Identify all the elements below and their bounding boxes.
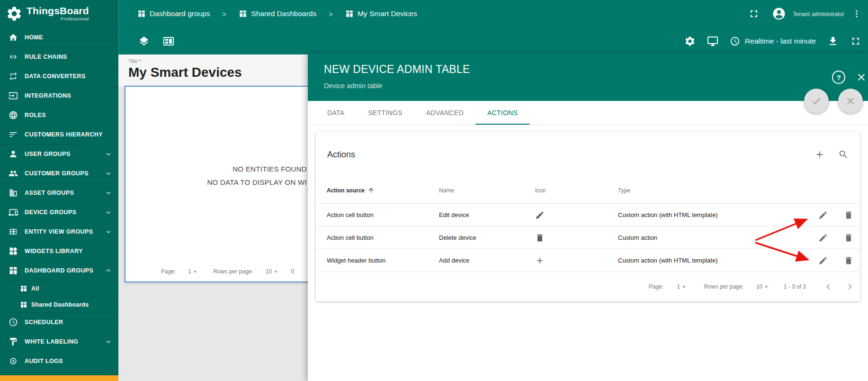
table-row[interactable]: Action cell button Delete device Custom …	[316, 227, 860, 249]
dashboards-icon	[20, 301, 27, 308]
tab-actions[interactable]: ACTIONS	[475, 101, 529, 125]
brand-logo[interactable]: ThingsBoard Professional	[0, 0, 118, 27]
thingsboard-logo-icon	[6, 5, 23, 22]
dashboards-icon	[345, 9, 354, 18]
widget-paginator: Page: 1▾ Rows per page: 10▾ 0	[161, 268, 294, 275]
page-select[interactable]: 1▾	[188, 268, 196, 275]
fullscreen-icon[interactable]	[748, 8, 760, 19]
rows-per-page-select[interactable]: 10▾	[266, 268, 277, 275]
breadcrumb-item[interactable]: My Smart Devices	[358, 9, 417, 18]
sidebar-item-customer-groups[interactable]: CUSTOMER GROUPS	[0, 163, 118, 183]
sidebar-item-dashboard-groups[interactable]: DASHBOARD GROUPS	[0, 261, 118, 280]
sidebar-item-roles[interactable]: ROLES	[0, 105, 118, 125]
timewindow-label: Realtime - last minute	[745, 37, 816, 45]
table-row[interactable]: Action cell button Edit device Custom ac…	[316, 204, 860, 227]
dialog-subtitle: Device admin table	[324, 82, 382, 90]
sidebar-item-home[interactable]: HOME	[0, 27, 118, 47]
chevron-down-icon	[104, 189, 113, 197]
previous-page-icon[interactable]	[823, 281, 833, 292]
dropdown-caret-icon: ▾	[275, 269, 277, 274]
chevron-up-icon	[104, 266, 113, 275]
asset-icon	[9, 188, 18, 198]
page-select[interactable]: 1▾	[677, 283, 685, 290]
sidebar-item-integrations[interactable]: INTEGRATIONS	[0, 86, 118, 105]
column-action-source[interactable]: Action source	[327, 187, 439, 194]
kebab-menu-icon[interactable]	[852, 9, 861, 18]
paint-icon	[9, 337, 18, 346]
settings-gear-icon[interactable]	[684, 36, 696, 47]
add-action-icon[interactable]	[814, 149, 825, 160]
close-icon[interactable]	[856, 72, 867, 83]
people-icon	[9, 169, 18, 178]
home-icon	[9, 33, 18, 42]
apply-changes-fab[interactable]	[804, 89, 829, 113]
sidebar-item-widgets-library[interactable]: WIDGETS LIBRARY	[0, 241, 118, 261]
edit-icon	[535, 210, 545, 220]
sidebar-item-data-converters[interactable]: DATA CONVERTERS	[0, 66, 118, 86]
cancel-changes-fab[interactable]	[838, 89, 863, 113]
range-label: 0	[291, 268, 295, 275]
sidebar-item-device-groups[interactable]: DEVICE GROUPS	[0, 202, 118, 222]
dropdown-caret-icon: ▾	[683, 284, 685, 289]
avatar[interactable]	[772, 7, 786, 21]
chevron-down-icon	[104, 337, 113, 346]
sidebar-item-shared-dashboards[interactable]: Shared Dashboards	[0, 296, 118, 312]
column-icon[interactable]: Icon	[535, 187, 618, 194]
sidebar-item-scheduler[interactable]: SCHEDULER	[0, 312, 118, 332]
breadcrumb-item[interactable]: Dashboard groups	[150, 9, 210, 18]
search-icon[interactable]	[838, 149, 849, 160]
breadcrumb-separator: >	[223, 10, 227, 18]
topbar: Dashboard groups > Shared Dashboards > M…	[118, 0, 868, 27]
layers-icon[interactable]	[138, 36, 150, 47]
layouts-icon[interactable]	[163, 36, 174, 47]
tab-advanced[interactable]: ADVANCED	[414, 101, 475, 125]
sidebar-item-audit-logs[interactable]: AUDIT LOGS	[0, 351, 118, 371]
help-icon[interactable]: ?	[832, 71, 845, 84]
download-icon[interactable]	[827, 36, 839, 47]
breadcrumb-item[interactable]: Shared Dashboards	[251, 9, 316, 18]
timewindow-button[interactable]: Realtime - last minute	[730, 36, 816, 46]
dashboard-toolbar: Realtime - last minute	[118, 27, 868, 54]
tab-data[interactable]: DATA	[315, 101, 356, 125]
widget-config-dialog: NEW DEVICE ADMIN TABLE Device admin tabl…	[308, 54, 868, 381]
user-icon	[9, 149, 18, 159]
dashboards-icon	[20, 285, 27, 292]
edit-action-icon[interactable]	[818, 256, 828, 265]
delete-action-icon[interactable]	[844, 256, 853, 265]
table-row[interactable]: Widget header button Add device Custom a…	[316, 249, 860, 272]
user-label: Tenant administrator	[793, 11, 844, 18]
dialog-header: NEW DEVICE ADMIN TABLE Device admin tabl…	[308, 54, 868, 101]
clock-icon	[730, 36, 740, 46]
rows-per-page-select[interactable]: 10▾	[756, 283, 768, 290]
dashboards-icon	[9, 266, 18, 275]
sidebar-item-white-labeling[interactable]: WHITE LABELING	[0, 332, 118, 351]
sidebar-bottom-strip	[0, 375, 118, 381]
widget-empty-state: NO ENTITIES FOUND NO DATA TO DISPLAY ON …	[125, 163, 307, 189]
column-type[interactable]: Type	[618, 187, 787, 194]
edit-action-icon[interactable]	[818, 233, 828, 243]
entity-aliases-icon[interactable]	[707, 36, 718, 47]
sidebar-divider	[118, 0, 119, 54]
dialog-title: NEW DEVICE ADMIN TABLE	[324, 63, 470, 76]
dropdown-caret-icon: ▾	[765, 284, 768, 289]
chevron-down-icon	[104, 208, 113, 217]
sidebar-item-asset-groups[interactable]: ASSET GROUPS	[0, 183, 118, 202]
edit-action-icon[interactable]	[818, 210, 828, 220]
dialog-body: Actions Action source Name Icon Type Act…	[308, 125, 868, 381]
page-label: Page:	[161, 268, 176, 275]
table-paginator: Page: 1▾ Rows per page: 10▾ 1 - 3 of 3	[316, 272, 860, 301]
next-page-icon[interactable]	[845, 281, 855, 292]
check-icon	[811, 95, 822, 107]
expand-fullscreen-icon[interactable]	[850, 36, 861, 47]
tab-settings[interactable]: SETTINGS	[356, 101, 414, 125]
sidebar-item-entity-view-groups[interactable]: ENTITY VIEW GROUPS	[0, 222, 118, 241]
hierarchy-icon	[9, 130, 18, 139]
delete-action-icon[interactable]	[844, 210, 853, 220]
entity-view-icon	[9, 227, 18, 236]
delete-action-icon[interactable]	[844, 233, 853, 243]
sidebar-item-customers-hierarchy[interactable]: CUSTOMERS HIERARCHY	[0, 125, 118, 144]
sidebar-item-rule-chains[interactable]: RULE CHAINS	[0, 47, 118, 66]
sidebar-item-dashboard-groups-all[interactable]: All	[0, 280, 118, 296]
column-name[interactable]: Name	[439, 187, 535, 194]
sidebar-item-user-groups[interactable]: USER GROUPS	[0, 144, 118, 163]
